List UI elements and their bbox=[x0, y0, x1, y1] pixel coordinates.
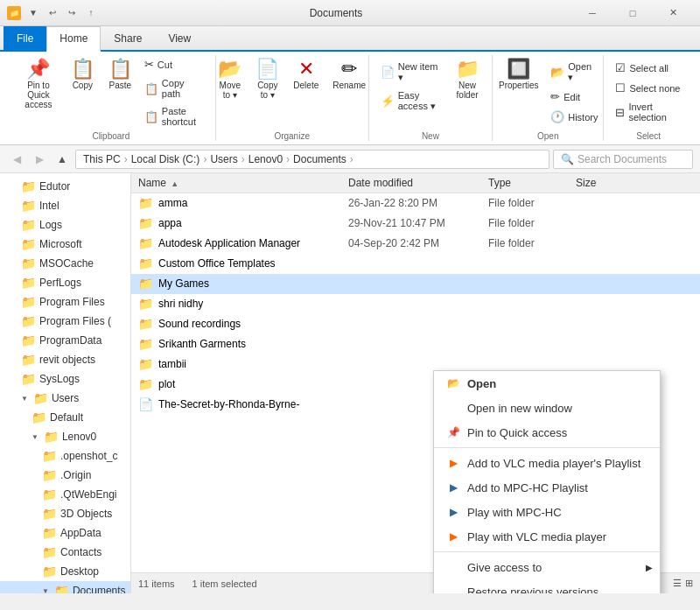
sidebar-item-openshot[interactable]: 📁 .openshot_c bbox=[0, 446, 130, 466]
tab-file[interactable]: File bbox=[4, 26, 46, 52]
invert-selection-button[interactable]: ⊟ Invert selection bbox=[611, 99, 686, 125]
sidebar-item-edutor[interactable]: 📁 Edutor bbox=[0, 177, 130, 196]
sidebar-item-msocache[interactable]: 📁 MSOCache bbox=[0, 254, 130, 273]
select-group: ☑ Select all ☐ Select none ⊟ Invert sele… bbox=[604, 55, 693, 141]
sidebar-item-revitobjects[interactable]: 📁 revit objects bbox=[0, 350, 130, 369]
easy-access-button[interactable]: ⚡ Easy access ▾ bbox=[376, 88, 448, 115]
paste-button[interactable]: 📋 Paste bbox=[102, 55, 138, 95]
sidebar-item-origin[interactable]: 📁 .Origin bbox=[0, 466, 130, 485]
file-row-srikanth[interactable]: 📁Srikanth Garments bbox=[131, 334, 700, 354]
file-row-amma[interactable]: 📁amma 26-Jan-22 8:20 PM File folder bbox=[131, 193, 700, 214]
file-row-appa[interactable]: 📁appa 29-Nov-21 10:47 PM File folder bbox=[131, 214, 700, 234]
new-item-button[interactable]: 📄 New item ▾ bbox=[376, 59, 448, 86]
sidebar-item-programfiles[interactable]: 📁 Program Files bbox=[0, 292, 130, 312]
back-button[interactable]: ◀ bbox=[7, 150, 26, 169]
move-to-button[interactable]: 📂 Moveto ▾ bbox=[212, 55, 248, 104]
sidebar-item-users[interactable]: ▼ 📁 Users bbox=[0, 389, 130, 408]
ctx-add-mpc-playlist[interactable]: ▶ Add to MPC-HC Playlist bbox=[434, 475, 660, 500]
sidebar-item-qtwebengine[interactable]: 📁 .QtWebEngi bbox=[0, 485, 130, 504]
pdf-icon: 📄 bbox=[138, 397, 153, 411]
sidebar-item-programfilesx86[interactable]: 📁 Program Files ( bbox=[0, 312, 130, 331]
pin-to-quick-access-button[interactable]: 📌 Pin to Quickaccess bbox=[14, 55, 63, 114]
ctx-play-mpc[interactable]: ▶ Play with MPC-HC bbox=[434, 500, 660, 524]
ctx-pin-quick-access[interactable]: 📌 Pin to Quick access bbox=[434, 420, 660, 445]
sidebar-item-perflogs[interactable]: 📁 PerfLogs bbox=[0, 273, 130, 292]
select-none-button[interactable]: ☐ Select none bbox=[611, 79, 686, 97]
select-all-button[interactable]: ☑ Select all bbox=[611, 59, 686, 77]
breadcrumb[interactable]: This PC › Local Disk (C:) › Users › Leno… bbox=[75, 150, 550, 169]
sidebar-item-logs[interactable]: 📁 Logs bbox=[0, 215, 130, 235]
file-row-custom-office[interactable]: 📁Custom Office Templates bbox=[131, 254, 700, 274]
quick-access-redo[interactable]: ↪ bbox=[63, 4, 80, 22]
file-row-autodesk[interactable]: 📁Autodesk Application Manager 04-Sep-20 … bbox=[131, 234, 700, 254]
sidebar-item-default[interactable]: 📁 Default bbox=[0, 408, 130, 427]
ctx-open[interactable]: 📂 Open bbox=[434, 371, 660, 396]
sidebar-item-desktop[interactable]: 📁 Desktop bbox=[0, 562, 130, 581]
select-label: Select bbox=[636, 131, 661, 141]
file-row-my-games[interactable]: 📁My Games bbox=[131, 274, 700, 294]
tab-home[interactable]: Home bbox=[46, 26, 101, 52]
paste-shortcut-button[interactable]: 📋 Paste shortcut bbox=[140, 103, 208, 130]
search-box[interactable]: 🔍 Search Documents bbox=[553, 150, 693, 169]
quick-access-btn-1[interactable]: ▼ bbox=[24, 4, 42, 22]
delete-button[interactable]: ✕ Delete bbox=[287, 55, 325, 95]
copy-to-button[interactable]: 📄 Copyto ▾ bbox=[249, 55, 285, 104]
ctx-give-access[interactable]: Give access to bbox=[434, 555, 660, 579]
maximize-button[interactable]: □ bbox=[612, 0, 653, 26]
minimize-button[interactable]: ─ bbox=[572, 0, 612, 26]
breadcrumb-documents[interactable]: Documents bbox=[293, 153, 346, 165]
copy-path-icon: 📋 bbox=[144, 82, 158, 95]
header-date[interactable]: Date modified bbox=[348, 177, 488, 189]
folder-icon: 📁 bbox=[42, 545, 57, 559]
history-button[interactable]: 🕐 History bbox=[546, 108, 603, 126]
quick-access-undo[interactable]: ↩ bbox=[44, 4, 61, 22]
new-folder-button[interactable]: 📁 Newfolder bbox=[450, 55, 485, 104]
sidebar-item-microsoft[interactable]: 📁 Microsoft bbox=[0, 235, 130, 254]
selected-count: 1 item selected bbox=[192, 578, 257, 589]
sidebar-item-documents[interactable]: ▼ 📁 Documents bbox=[0, 581, 130, 593]
tab-view[interactable]: View bbox=[155, 26, 204, 52]
cut-button[interactable]: ✂ Cut bbox=[140, 55, 208, 74]
sidebar-item-lenov0[interactable]: ▼ 📁 Lenov0 bbox=[0, 427, 130, 446]
folder-icon: 📁 bbox=[42, 564, 57, 578]
large-icons-view-icon[interactable]: ⊞ bbox=[685, 578, 693, 589]
ctx-restore-versions[interactable]: Restore previous versions bbox=[434, 579, 660, 593]
up-button[interactable]: ▲ bbox=[52, 150, 72, 169]
properties-button[interactable]: 🔲 Properties bbox=[493, 55, 544, 95]
forward-button[interactable]: ▶ bbox=[30, 150, 49, 169]
sidebar-item-appdata[interactable]: 📁 AppData bbox=[0, 523, 130, 543]
header-name[interactable]: Name ▲ bbox=[138, 177, 348, 189]
tab-share[interactable]: Share bbox=[101, 26, 155, 52]
file-row-shri-nidhy[interactable]: 📁shri nidhy bbox=[131, 294, 700, 314]
file-row-sound-recordings[interactable]: 📁Sound recordings bbox=[131, 314, 700, 334]
breadcrumb-lenov0[interactable]: Lenov0 bbox=[248, 153, 283, 165]
quick-access-up[interactable]: ↑ bbox=[82, 4, 100, 22]
edit-button[interactable]: ✏ Edit bbox=[546, 88, 603, 106]
ctx-add-vlc-playlist[interactable]: ▶ Add to VLC media player's Playlist bbox=[434, 451, 660, 475]
item-count: 11 items bbox=[138, 578, 175, 589]
header-type[interactable]: Type bbox=[488, 177, 576, 189]
clipboard-buttons: 📌 Pin to Quickaccess 📋 Copy 📋 Paste ✂ Cu… bbox=[14, 55, 208, 130]
copy-button[interactable]: 📋 Copy bbox=[65, 55, 101, 95]
ctx-open-new-window[interactable]: Open in new window bbox=[434, 396, 660, 420]
open-button[interactable]: 📂 Open ▾ bbox=[546, 59, 603, 86]
sidebar-item-contacts[interactable]: 📁 Contacts bbox=[0, 543, 130, 562]
breadcrumb-users[interactable]: Users bbox=[210, 153, 237, 165]
details-view-icon[interactable]: ☰ bbox=[673, 578, 682, 589]
header-size[interactable]: Size bbox=[576, 177, 646, 189]
rename-button[interactable]: ✏ Rename bbox=[326, 55, 372, 95]
copy-path-button[interactable]: 📋 Copy path bbox=[140, 75, 208, 102]
folder-icon: 📁 bbox=[42, 507, 57, 521]
sidebar-item-programdata[interactable]: 📁 ProgramData bbox=[0, 331, 130, 350]
edit-icon: ✏ bbox=[550, 90, 560, 103]
close-button[interactable]: ✕ bbox=[653, 0, 693, 26]
folder-icon: 📁 bbox=[7, 6, 21, 20]
history-icon: 🕐 bbox=[550, 110, 564, 123]
ctx-play-vlc[interactable]: ▶ Play with VLC media player bbox=[434, 524, 660, 549]
breadcrumb-localdisk[interactable]: Local Disk (C:) bbox=[131, 153, 200, 165]
clipboard-group: 📌 Pin to Quickaccess 📋 Copy 📋 Paste ✂ Cu… bbox=[7, 55, 216, 141]
breadcrumb-thispc[interactable]: This PC bbox=[83, 153, 121, 165]
sidebar-item-intel[interactable]: 📁 Intel bbox=[0, 196, 130, 215]
sidebar-item-syslogs[interactable]: 📁 SysLogs bbox=[0, 369, 130, 389]
sidebar-item-3dobjects[interactable]: 📁 3D Objects bbox=[0, 504, 130, 523]
